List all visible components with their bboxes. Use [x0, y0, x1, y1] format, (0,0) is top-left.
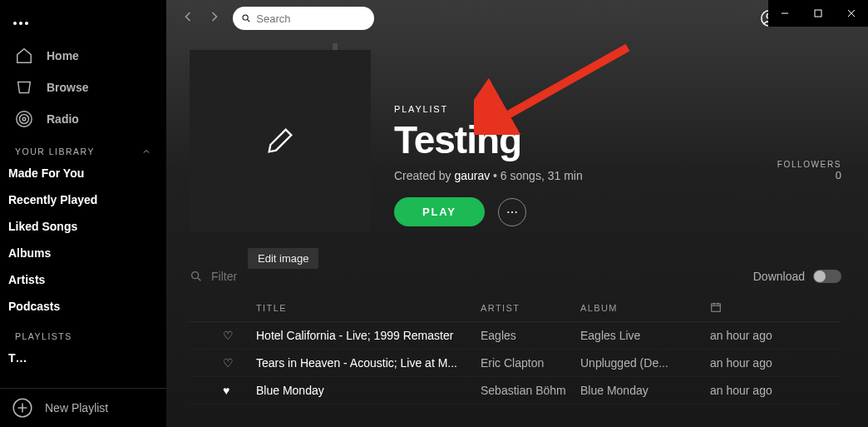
- sidebar: Home Browse Radio YOUR LIBRARY Made For …: [0, 0, 166, 427]
- col-date[interactable]: [710, 301, 821, 315]
- search-icon: [190, 270, 203, 283]
- search-input[interactable]: [256, 12, 366, 25]
- nav-radio[interactable]: Radio: [0, 103, 166, 135]
- like-button[interactable]: ♥: [223, 384, 256, 397]
- track-added: an hour ago: [710, 356, 821, 370]
- svg-point-8: [511, 211, 513, 212]
- svg-point-9: [515, 211, 516, 212]
- followers-count: FOLLOWERS 0: [777, 160, 841, 181]
- svg-point-4: [243, 15, 248, 20]
- topbar: gaurav: [166, 0, 868, 37]
- table-header: TITLE ARTIST ALBUM: [190, 295, 841, 322]
- sidebar-playlist-item[interactable]: T…: [0, 345, 166, 371]
- track-album[interactable]: Unplugged (De...: [580, 356, 710, 370]
- track-added: an hour ago: [710, 329, 821, 342]
- sidebar-library-item[interactable]: Artists: [0, 266, 166, 293]
- svg-point-0: [22, 117, 26, 121]
- close-button[interactable]: [835, 0, 868, 27]
- svg-point-10: [192, 272, 199, 279]
- track-added: an hour ago: [710, 384, 821, 397]
- more-menu-button[interactable]: [0, 10, 166, 35]
- main-view: gaurav Edit image PLAYLIST Testi: [166, 0, 868, 427]
- toggle-switch[interactable]: [813, 270, 841, 283]
- sidebar-library-item[interactable]: Made For You: [0, 160, 166, 186]
- maximize-button[interactable]: [801, 0, 835, 27]
- table-row[interactable]: ♥Blue MondaySebastian BöhmBlue Mondayan …: [190, 377, 841, 405]
- search-icon: [241, 12, 251, 24]
- calendar-icon: [710, 301, 722, 313]
- window-controls: [768, 0, 868, 27]
- nav-browse-label: Browse: [47, 81, 89, 94]
- new-playlist-button[interactable]: New Playlist: [0, 388, 166, 427]
- radio-icon: [15, 110, 33, 128]
- track-artist[interactable]: Eric Clapton: [481, 356, 580, 370]
- sidebar-library-item[interactable]: Albums: [0, 240, 166, 266]
- chevron-up-icon[interactable]: [141, 146, 151, 156]
- edit-image-tooltip: Edit image: [248, 248, 318, 269]
- back-button[interactable]: [180, 8, 196, 28]
- sidebar-library-item[interactable]: Recently Played: [0, 186, 166, 213]
- library-header: YOUR LIBRARY: [0, 135, 166, 160]
- track-artist[interactable]: Sebastian Böhm: [481, 384, 580, 397]
- home-icon: [15, 47, 33, 65]
- pencil-icon: [264, 124, 297, 157]
- context-menu-button[interactable]: [498, 198, 526, 226]
- track-title: Hotel California - Live; 1999 Remaster: [256, 329, 481, 342]
- playlist-byline: Created by gaurav • 6 songs, 31 min: [394, 169, 583, 182]
- col-album[interactable]: ALBUM: [580, 303, 710, 313]
- play-button[interactable]: PLAY: [394, 197, 485, 226]
- browse-icon: [15, 78, 33, 97]
- nav-home-label: Home: [47, 49, 79, 62]
- filter-wrapper[interactable]: [190, 270, 328, 283]
- entity-kind: PLAYLIST: [394, 104, 583, 114]
- svg-rect-13: [815, 10, 821, 17]
- track-title: Tears in Heaven - Acoustic; Live at M...: [256, 356, 481, 370]
- playlists-header: PLAYLISTS: [0, 320, 166, 345]
- table-row[interactable]: ♡Hotel California - Live; 1999 RemasterE…: [190, 322, 841, 350]
- svg-point-2: [17, 112, 32, 127]
- track-album[interactable]: Blue Monday: [580, 384, 710, 397]
- svg-rect-11: [712, 304, 721, 311]
- new-playlist-label: New Playlist: [45, 401, 108, 415]
- track-title: Blue Monday: [256, 384, 481, 397]
- edit-image-overlay[interactable]: [190, 50, 371, 231]
- track-album[interactable]: Eagles Live: [580, 329, 710, 342]
- sidebar-library-item[interactable]: Liked Songs: [0, 213, 166, 240]
- like-button[interactable]: ♡: [223, 329, 256, 342]
- col-title[interactable]: TITLE: [256, 303, 481, 313]
- track-artist[interactable]: Eagles: [481, 329, 580, 342]
- playlist-owner[interactable]: gaurav: [454, 169, 490, 182]
- search-input-wrapper[interactable]: [233, 7, 374, 30]
- nav-home[interactable]: Home: [0, 40, 166, 72]
- svg-point-1: [20, 115, 29, 124]
- filter-input[interactable]: [211, 270, 328, 283]
- svg-point-7: [507, 211, 509, 212]
- ellipsis-icon: [506, 206, 519, 219]
- download-toggle[interactable]: Download: [753, 270, 841, 283]
- playlist-cover[interactable]: [190, 50, 371, 231]
- table-row[interactable]: ♡Tears in Heaven - Acoustic; Live at M..…: [190, 350, 841, 377]
- forward-button[interactable]: [206, 8, 223, 28]
- nav-browse[interactable]: Browse: [0, 72, 166, 103]
- minimize-button[interactable]: [768, 0, 801, 27]
- plus-circle-icon: [12, 397, 33, 419]
- nav-radio-label: Radio: [47, 112, 79, 126]
- sidebar-library-item[interactable]: Podcasts: [0, 293, 166, 320]
- like-button[interactable]: ♡: [223, 356, 256, 370]
- col-artist[interactable]: ARTIST: [481, 303, 580, 313]
- tracks-table: TITLE ARTIST ALBUM ♡Hotel California - L…: [190, 295, 841, 405]
- playlist-title[interactable]: Testing: [394, 117, 583, 162]
